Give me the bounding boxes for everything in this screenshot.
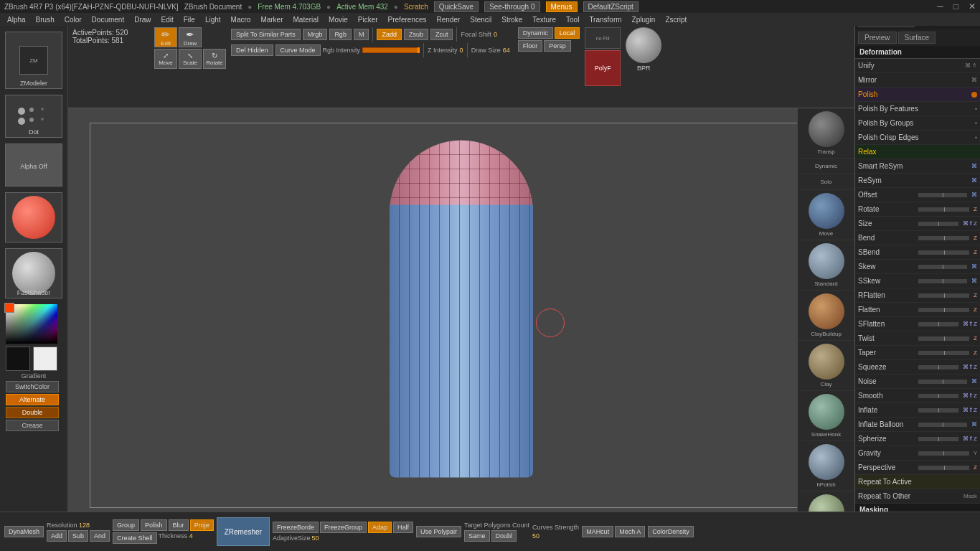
squeeze-slider[interactable] (918, 365, 958, 369)
menu-draw[interactable]: Draw (130, 15, 155, 24)
deform-sskew[interactable]: SSkew ⌘ (855, 274, 980, 288)
deform-skew[interactable]: Skew ⌘ (855, 260, 980, 274)
deform-squeeze[interactable]: Squeeze ⌘⇑Z (855, 360, 980, 375)
taper-slider[interactable] (918, 351, 969, 355)
menu-color[interactable]: Color (60, 15, 86, 24)
color-density-button[interactable]: ColorDensity (648, 526, 694, 537)
deform-flatten[interactable]: Flatten Z (855, 303, 980, 317)
menu-macro[interactable]: Macro (227, 15, 255, 24)
mech-button[interactable]: Mech A (615, 526, 645, 537)
and-button[interactable]: And (90, 530, 110, 542)
deform-polish[interactable]: Polish (855, 88, 980, 102)
mrgb-button[interactable]: Mrgb (303, 29, 328, 40)
material-thumb[interactable] (5, 192, 62, 242)
split-similar-button[interactable]: Split To Similar Parts (231, 29, 301, 40)
m-button[interactable]: M (354, 29, 369, 40)
deform-gravity[interactable]: Gravity Y (855, 446, 980, 461)
shader-thumb[interactable]: FastShader (5, 248, 62, 298)
deform-polish-crisp[interactable]: Polish Crisp Edges ▪ (855, 131, 980, 145)
skew-slider[interactable] (918, 265, 967, 269)
deform-taper[interactable]: Taper Z (855, 346, 980, 360)
deform-offset[interactable]: Offset ⌘ (855, 188, 980, 202)
zsub-button[interactable]: Zsub (404, 29, 428, 40)
twist-slider[interactable] (918, 336, 969, 341)
deform-sflatten[interactable]: SFlatten ⌘⇑Z (855, 317, 980, 331)
zmodeler-thumb[interactable]: ZM ZModeler (5, 32, 62, 89)
rgb-intensity-slider[interactable] (362, 47, 420, 53)
brush-dynamic[interactable]: Dynamic (798, 159, 854, 174)
floor-button[interactable]: Floor (518, 40, 543, 52)
tab-preview[interactable]: Preview (858, 32, 897, 44)
menu-render[interactable]: Render (432, 15, 464, 24)
crease-button[interactable]: Crease (6, 420, 59, 431)
alternate-button[interactable]: Alternate (6, 394, 59, 405)
menu-movie[interactable]: Movie (324, 15, 352, 24)
deform-twist[interactable]: Twist Z (855, 331, 980, 346)
proje-button[interactable]: Proje (190, 519, 214, 531)
zcut-button[interactable]: Zcut (430, 29, 453, 40)
deform-noise[interactable]: Noise ⌘ (855, 375, 980, 389)
edit-button[interactable]: ✏ Edit (154, 27, 177, 47)
menu-tool[interactable]: Tool (562, 15, 583, 24)
bpr-sphere-button[interactable] (626, 27, 661, 63)
zadd-button[interactable]: Zadd (377, 29, 402, 40)
rgb-button[interactable]: Rgb (329, 29, 352, 40)
deform-polish-groups[interactable]: Polish By Groups ▪ (855, 116, 980, 131)
brush-hpolish[interactable]: hPolish (798, 441, 854, 491)
swatch-white[interactable] (33, 347, 57, 371)
menu-file[interactable]: File (179, 15, 199, 24)
perspective-slider[interactable] (918, 466, 969, 470)
draw-button[interactable]: ✒ Draw (179, 27, 202, 47)
deform-resym[interactable]: ReSym ⌘ (855, 174, 980, 188)
del-hidden-button[interactable]: Del Hidden (231, 44, 273, 56)
rflatten-slider[interactable] (918, 293, 969, 298)
adapt-button[interactable]: Adap (368, 522, 392, 533)
brush-claybuildup[interactable]: ClayBuildup (798, 291, 854, 341)
menu-transform[interactable]: Transform (585, 15, 626, 24)
sflatten-slider[interactable] (918, 322, 958, 326)
use-polypaint-button[interactable]: Use Polypair (416, 526, 461, 537)
swatch-black[interactable] (6, 347, 30, 371)
tab-surface[interactable]: Surface (898, 32, 936, 44)
deform-bend[interactable]: Bend Z (855, 231, 980, 245)
deform-inflate-balloon[interactable]: Inflate Balloon ⌘ (855, 418, 980, 432)
deform-mirror[interactable]: Mirror ⌘ (855, 73, 980, 88)
dyname-mesh-button[interactable]: DynaMesh (4, 526, 44, 537)
default-zscript-button[interactable]: DefaultZScript (583, 1, 639, 12)
deform-polish-features[interactable]: Polish By Features ▪ (855, 102, 980, 116)
rotate-slider[interactable] (918, 207, 969, 212)
menu-light[interactable]: Light (201, 15, 225, 24)
deform-rotate[interactable]: Rotate Z (855, 202, 980, 217)
spherize-slider[interactable] (918, 437, 958, 441)
create-shell-button[interactable]: Create Shell (113, 532, 157, 544)
menu-texture[interactable]: Texture (528, 15, 560, 24)
dot-thumb[interactable]: Dot (5, 95, 62, 138)
menus-button[interactable]: Menus (546, 1, 578, 12)
polyf-button[interactable]: PolyF (585, 50, 621, 86)
curve-mode-button[interactable]: Curve Mode (275, 44, 321, 56)
menu-marker[interactable]: Marker (256, 15, 287, 24)
deform-spherize[interactable]: Spherize ⌘⇑Z (855, 432, 980, 446)
window-close[interactable]: ✕ (969, 1, 976, 11)
doubl-button[interactable]: Doubl (491, 530, 517, 542)
deform-repeat-other[interactable]: Repeat To Other Mask (855, 489, 980, 504)
deform-smart-resym[interactable]: Smart ReSym ⌘ (855, 159, 980, 174)
sub-button[interactable]: Sub (68, 530, 88, 542)
deform-rflatten[interactable]: RFlatten Z (855, 288, 980, 303)
menu-stencil[interactable]: Stencil (466, 15, 496, 24)
see-through-button[interactable]: See-through 0 (484, 1, 540, 12)
polish-button[interactable]: Polish (141, 519, 167, 531)
deform-repeat-active[interactable]: Repeat To Active (855, 475, 980, 489)
freeze-groups-button[interactable]: FreezeGroup (320, 522, 367, 533)
brush-flatten[interactable]: Flatten (798, 491, 854, 512)
noise-slider[interactable] (918, 380, 967, 384)
inflate-balloon-slider[interactable] (918, 423, 967, 427)
same-button[interactable]: Same (464, 530, 490, 542)
group-button[interactable]: Group (113, 519, 139, 531)
size-slider[interactable] (918, 222, 958, 226)
sskew-slider[interactable] (918, 279, 967, 283)
offset-slider[interactable] (918, 193, 967, 197)
deform-perspective[interactable]: Perspective Z (855, 461, 980, 475)
brush-snakehook[interactable]: SnakeHook (798, 391, 854, 441)
add-button[interactable]: Add (47, 530, 67, 542)
